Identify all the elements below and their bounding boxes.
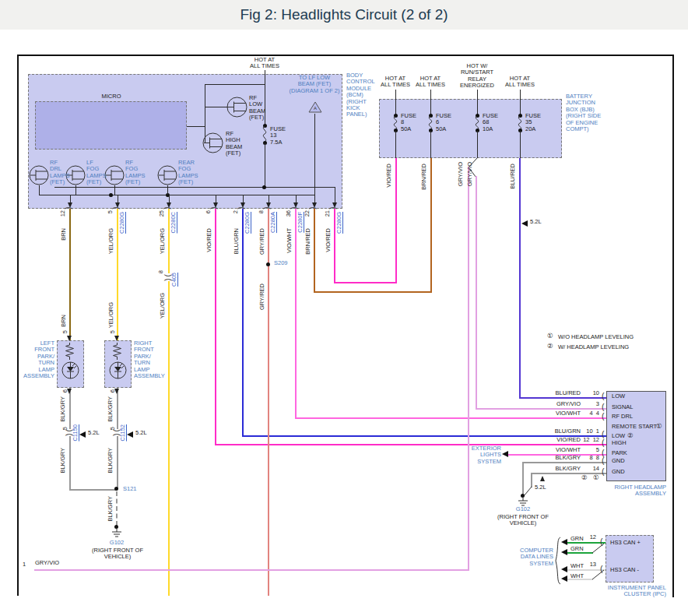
to-lf-low-beam-label: TO LF LOW BEAM (FET) (DIAGRAM 1 OF 2) [280,75,349,94]
connector-c2280a: C2280A [270,212,276,233]
triangle-stem [314,114,315,202]
hl-arc-0: ( [601,392,606,401]
hl-arc-6: ( [601,457,606,466]
frame-top [17,55,674,56]
wl-blkgry-l1: BLK/GRY [60,396,66,421]
fuse35-out [520,131,521,158]
hl-bottom-mark-1-icon: ① [593,474,599,482]
splice-s209-dot [266,262,270,266]
hl-pins-5: 5 [579,447,599,453]
frame-left [17,55,19,596]
wire-viored21-v2 [395,158,397,283]
fet-label-lf-fog: LF FOG LAMPS (FET) [86,160,106,186]
bjb-feed-3: HOT W/ RUN/START RELAY ENERGIZED [455,63,499,90]
frame-right [672,55,674,597]
note-2-text: W/ HEADLAMP LEVELING [558,344,629,350]
bcm-pin-8: 8 [258,210,265,213]
hl-arc-4: ( [601,439,606,448]
computer-data-lines-label: COMPUTER DATA LINES SYSTEM [502,547,553,567]
wl-blugrn: BLU/GRN [233,228,240,254]
fuse13-label: FUSE 13 7.5A [270,126,286,146]
wl-brnred-2: BRN/RED [421,164,427,190]
hl-mark-1-icon: ① [656,423,662,431]
pin12-stub [70,195,71,202]
connector-c1150: C1150 [72,424,79,442]
hl-fn-high: HIGH [612,440,627,446]
splice-s121-label: S121 [123,486,137,492]
ipc-arc-can-n: ( [599,565,604,574]
fuse35-feed [520,90,521,115]
hl-arc-1: ( [601,403,606,412]
wl-brn-1: BRN [61,228,67,241]
fuse6-feed [430,90,431,115]
fuse68-feed [477,90,478,115]
wl-gryred-1: GRY/RED [259,228,265,255]
wl-grn-1: GRN [570,536,584,542]
ipc-arc-can-p: ( [599,538,604,547]
wire-blkgry-l2 [69,436,71,491]
ground-left-icon [111,529,123,539]
wire-viored-high-v [215,209,216,444]
fet1-stub [39,185,40,195]
hl-fn-remote-start: REMOTE START [612,424,657,430]
wiring-diagram-page: Fig 2: Headlights Circuit (2 of 2) [0,0,688,616]
wire-blkgry-r2 [117,436,118,489]
ground-right-g102: G102 [510,506,536,512]
len-arrow-c1150-icon [79,431,86,438]
connector-c2280c: C2280C [170,212,177,234]
rf-fog-fet-symbol [104,165,125,185]
ground-left-loc: (RIGHT FRONT OF VEHICLE) [83,547,152,561]
right-lamp-pin-6: 6 [110,389,116,392]
hl-wire-2: VIO/WHT [543,410,581,417]
hl-pins-3: 10 1 [576,428,599,435]
wire-viowht-drl-v [295,209,297,417]
hl-wire-4: VIO/RED [543,437,581,443]
wire-brn-left-lamp [69,209,71,340]
left-lamp-pin-6: 6 [62,389,68,392]
wire-viored-high-h [215,444,606,445]
right-headlamp-name: RIGHT HEADLAMP ASSEMBLY [588,484,666,498]
fuse8-out [395,131,396,158]
hl-mark-2-icon: ② [627,432,634,440]
wl-blkgry-r2: BLK/GRY [107,448,114,473]
bcm-pin-12: 12 [60,210,66,216]
hl-wire-0: BLU/RED [543,390,581,396]
hl-wire-6: BLK/GRY [543,455,581,461]
wl-blkgry-r1: BLK/GRY [107,396,114,421]
splice-s209-label: S209 [274,260,288,266]
note-1-text: W/O HEADLAMP LEVELING [558,334,634,340]
len-arrow-blured-icon [521,220,528,227]
fuse13-out-line [265,143,265,187]
wire-blkgry-to-ground [116,491,118,526]
wl-grn-2: GRN [570,546,584,552]
hl-fn-low: LOW [612,393,625,400]
wl-viored-3: VIO/RED [386,164,392,188]
wl-viored-1: VIO/RED [206,228,212,252]
fuse68-out [477,131,478,158]
hl-pins-6: 8 8 [576,455,599,461]
bcm-micro-box [35,101,187,150]
wire-gryvio-long-v [468,167,469,571]
hl-wire-5: VIO/WHT [543,447,581,453]
left-lamp-led-icon [61,361,79,379]
wire-yelorg-25-b [168,281,170,596]
wire-gryvio-bottom-h [34,569,469,571]
fuse8-label: FUSE 8 50A [401,113,416,132]
fuse68-label: FUSE 68 10A [483,113,498,132]
fuse35-label: FUSE 35 20A [525,113,541,132]
len-c1152: 5.2L [135,430,147,436]
len-blured: 5.2L [530,219,542,225]
hl-pins-4: 12 12 [576,437,599,443]
ipc-can-p: HS3 CAN + [610,540,641,546]
right-lamp-resistor-icon [112,343,122,360]
c1152-pin-5: 5 [110,427,116,430]
pin36-stub [296,195,297,202]
title-bar: Fig 2: Headlights Circuit (2 of 2) [0,0,688,30]
pin6-stub [216,195,216,202]
wl-gryred-2: GRY/RED [259,283,265,310]
wire-viored21-h [334,282,397,283]
bjb-feed-4: HOT AT ALL TIMES [500,76,540,89]
hl-fn-park: PARK [612,450,627,456]
bcm-pin-25: 25 [159,210,165,216]
exterior-lights-arrow-icon [502,451,508,457]
